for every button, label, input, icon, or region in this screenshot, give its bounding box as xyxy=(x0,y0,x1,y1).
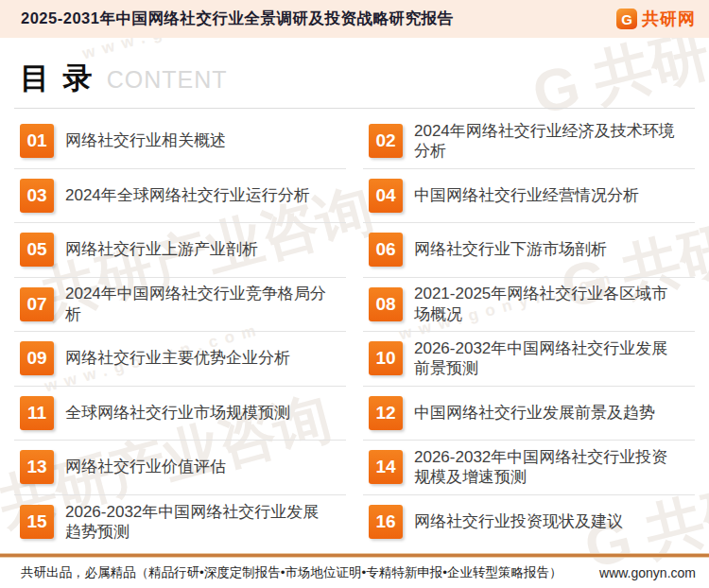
toc-item: 09 网络社交行业主要优势企业分析 xyxy=(14,332,346,387)
toc-item-label: 网络社交行业相关概述 xyxy=(65,130,226,151)
toc-grid: 01 网络社交行业相关概述 02 2024年网络社交行业经济及技术环境分析 03… xyxy=(14,114,695,549)
toc-item: 02 2024年网络社交行业经济及技术环境分析 xyxy=(363,114,695,169)
toc-item-label: 2021-2025年网络社交行业各区域市场概况 xyxy=(414,284,677,325)
toc-item-number: 04 xyxy=(369,179,403,213)
toc-item-number: 01 xyxy=(20,124,54,158)
toc-item-number: 11 xyxy=(20,396,54,430)
toc-item-number: 05 xyxy=(20,233,54,267)
toc-item-label: 中国网络社交行业发展前景及趋势 xyxy=(414,403,655,424)
toc-item-label: 2026-2032年中国网络社交行业发展前景预测 xyxy=(414,338,677,380)
toc-item-number: 08 xyxy=(369,287,403,321)
toc-item-number: 13 xyxy=(20,450,54,484)
toc-item-number: 14 xyxy=(369,450,403,484)
toc-item-number: 03 xyxy=(20,179,54,213)
toc-item: 08 2021-2025年网络社交行业各区域市场概况 xyxy=(363,278,695,333)
toc-item-number: 02 xyxy=(369,124,403,158)
toc-item-label: 2026-2032年中国网络社交行业投资规模及增速预测 xyxy=(414,447,677,489)
toc-item-label: 2024年网络社交行业经济及技术环境分析 xyxy=(414,121,677,163)
toc-content: 目 录 CONTENT 01 网络社交行业相关概述 02 2024年网络社交行业… xyxy=(0,38,709,549)
toc-item-number: 10 xyxy=(369,341,403,375)
toc-item-label: 2024年中国网络社交行业竞争格局分析 xyxy=(65,284,328,325)
toc-heading: 目 录 CONTENT xyxy=(14,38,695,109)
report-toc-page: www.gonyn.comG 共研网共研产业咨询www.gonyn.com共研产… xyxy=(0,0,709,588)
toc-item-label: 网络社交行业主要优势企业分析 xyxy=(65,348,290,369)
toc-item-label: 全球网络社交行业市场规模预测 xyxy=(65,403,290,424)
toc-item: 11 全球网络社交行业市场规模预测 xyxy=(14,387,346,441)
toc-item-number: 09 xyxy=(20,341,54,375)
toc-item-number: 06 xyxy=(369,233,403,267)
toc-item: 10 2026-2032年中国网络社交行业发展前景预测 xyxy=(363,332,695,387)
toc-item: 01 网络社交行业相关概述 xyxy=(14,114,346,169)
toc-item-label: 网络社交行业投资现状及建议 xyxy=(414,511,623,532)
toc-item: 05 网络社交行业上游产业剖析 xyxy=(14,223,346,278)
toc-item: 03 2024年全球网络社交行业运行分析 xyxy=(14,169,346,224)
gonyn-logo: G 共研网 xyxy=(616,8,696,30)
toc-item: 13 网络社交行业价值评估 xyxy=(14,441,346,495)
toc-item-label: 网络社交行业下游市场剖析 xyxy=(414,239,607,260)
report-title: 2025-2031年中国网络社交行业全景调研及投资战略研究报告 xyxy=(21,9,453,29)
toc-item-label: 2026-2032年中国网络社交行业发展趋势预测 xyxy=(65,502,328,544)
toc-item: 04 中国网络社交行业经营情况分析 xyxy=(363,169,695,224)
gonyn-logo-icon: G xyxy=(616,9,637,29)
toc-item-label: 网络社交行业价值评估 xyxy=(65,457,226,477)
toc-item: 07 2024年中国网络社交行业竞争格局分析 xyxy=(14,278,346,333)
gonyn-logo-text: 共研网 xyxy=(642,8,696,30)
toc-title: 目 录 xyxy=(20,59,95,98)
toc-item: 15 2026-2032年中国网络社交行业发展趋势预测 xyxy=(14,495,346,550)
footer: 共研出品，必属精品（精品行研•深度定制报告•市场地位证明•专精特新申报•企业转型… xyxy=(0,553,709,588)
header-bar: 2025-2031年中国网络社交行业全景调研及投资战略研究报告 G 共研网 xyxy=(0,0,709,38)
toc-item-label: 中国网络社交行业经营情况分析 xyxy=(414,185,639,206)
toc-item: 06 网络社交行业下游市场剖析 xyxy=(363,223,695,278)
toc-item-number: 07 xyxy=(20,287,54,321)
toc-item-label: 网络社交行业上游产业剖析 xyxy=(65,239,258,260)
footer-slogan: 共研出品，必属精品（精品行研•深度定制报告•市场地位证明•专精特新申报•企业转型… xyxy=(21,564,562,581)
toc-item: 12 中国网络社交行业发展前景及趋势 xyxy=(363,387,695,441)
footer-row: 共研出品，必属精品（精品行研•深度定制报告•市场地位证明•专精特新申报•企业转型… xyxy=(0,558,709,588)
toc-item-label: 2024年全球网络社交行业运行分析 xyxy=(65,185,310,206)
toc-item: 16 网络社交行业投资现状及建议 xyxy=(363,495,695,550)
toc-subtitle: CONTENT xyxy=(107,66,228,94)
toc-item-number: 15 xyxy=(20,505,54,539)
footer-url[interactable]: www.gonyn.com xyxy=(599,565,696,580)
toc-item-number: 12 xyxy=(369,396,403,430)
toc-item: 14 2026-2032年中国网络社交行业投资规模及增速预测 xyxy=(363,441,695,495)
toc-item-number: 16 xyxy=(369,505,403,539)
